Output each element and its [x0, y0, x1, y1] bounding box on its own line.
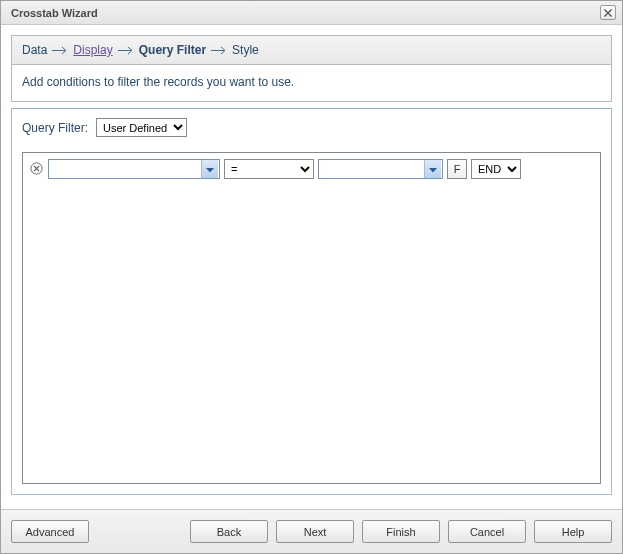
- close-icon: [604, 7, 612, 19]
- breadcrumb-step-display[interactable]: Display: [73, 43, 112, 57]
- close-button[interactable]: [600, 5, 616, 20]
- breadcrumb: Data Display Query Filter Style: [11, 35, 612, 65]
- field-combo[interactable]: [48, 159, 220, 179]
- query-filter-type-select[interactable]: User Defined: [96, 118, 187, 137]
- value-dropdown-button[interactable]: [424, 160, 441, 178]
- condition-row: = F END: [29, 159, 594, 179]
- formula-button[interactable]: F: [447, 159, 467, 179]
- button-bar: Advanced Back Next Finish Cancel Help: [1, 509, 622, 553]
- advanced-button[interactable]: Advanced: [11, 520, 89, 543]
- wizard-window: Crosstab Wizard Data Display Query Filte…: [0, 0, 623, 554]
- back-button[interactable]: Back: [190, 520, 268, 543]
- next-button[interactable]: Next: [276, 520, 354, 543]
- value-input[interactable]: [319, 160, 424, 178]
- instruction-text: Add conditions to filter the records you…: [11, 65, 612, 102]
- content-area: Data Display Query Filter Style Add cond…: [1, 25, 622, 505]
- titlebar: Crosstab Wizard: [1, 1, 622, 25]
- delete-circle-icon: [30, 162, 43, 177]
- cancel-button[interactable]: Cancel: [448, 520, 526, 543]
- field-dropdown-button[interactable]: [201, 160, 218, 178]
- delete-condition-button[interactable]: [29, 162, 44, 177]
- arrow-icon: [117, 46, 135, 55]
- breadcrumb-step-style[interactable]: Style: [232, 43, 259, 57]
- chevron-down-icon: [429, 163, 437, 175]
- value-combo[interactable]: [318, 159, 443, 179]
- arrow-icon: [210, 46, 228, 55]
- filter-panel: Query Filter: User Defined: [11, 108, 612, 495]
- query-filter-label: Query Filter:: [22, 121, 88, 135]
- field-input[interactable]: [49, 160, 201, 178]
- operator-select[interactable]: =: [224, 159, 314, 179]
- breadcrumb-step-data[interactable]: Data: [22, 43, 47, 57]
- logic-select[interactable]: END: [471, 159, 521, 179]
- chevron-down-icon: [206, 163, 214, 175]
- condition-area: = F END: [22, 152, 601, 484]
- finish-button[interactable]: Finish: [362, 520, 440, 543]
- arrow-icon: [51, 46, 69, 55]
- window-title: Crosstab Wizard: [11, 7, 98, 19]
- help-button[interactable]: Help: [534, 520, 612, 543]
- breadcrumb-step-query-filter[interactable]: Query Filter: [139, 43, 206, 57]
- filter-header: Query Filter: User Defined: [12, 109, 611, 146]
